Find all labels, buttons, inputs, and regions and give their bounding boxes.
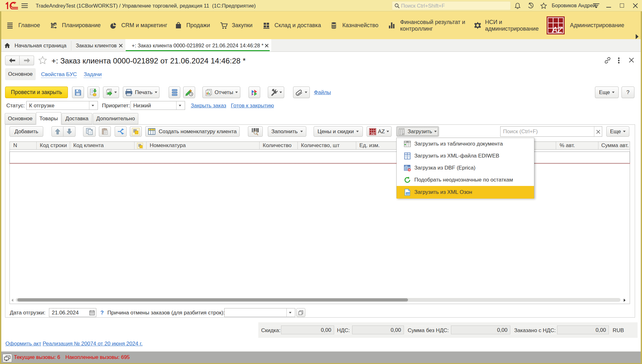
svg-text:AZ: AZ — [371, 132, 375, 135]
svg-text:DBF: DBF — [405, 165, 408, 167]
svg-text:XML: XML — [406, 193, 411, 195]
svg-text:A:: A: — [407, 141, 408, 143]
svg-text:AZ: AZ — [551, 25, 563, 34]
